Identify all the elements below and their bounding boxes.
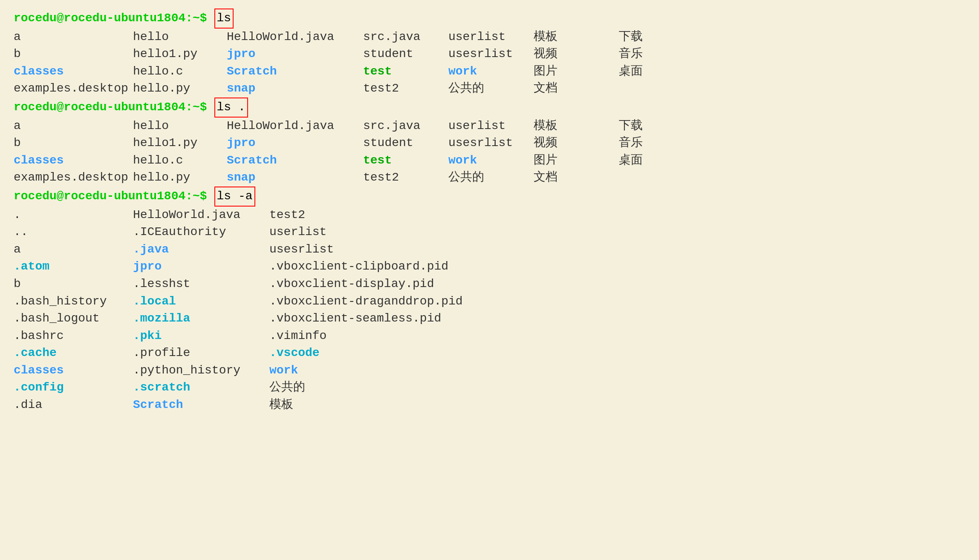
col-g-1: 下载 [619,29,674,46]
col-f-1: 模板 [534,29,619,46]
ls-row-4: examples.desktop hello.py snap test2 公共的… [14,80,979,98]
prompt-1: rocedu@rocedu-ubuntu1804:~$ [14,10,207,27]
col-b-3: hello.c [133,63,227,80]
ls-a-row-12: .dia Scratch 模板 [14,396,979,414]
ls-dot-row-4: examples.desktop hello.py snap test2 公共的… [14,169,979,187]
col-c-3: Scratch [227,63,363,80]
col-e-3: work [448,63,534,80]
ls-a-row-8: .bashrc .pki .viminfo [14,327,979,345]
command-line-1: rocedu@rocedu-ubuntu1804:~$ ls [14,9,979,29]
col-f-4: 文档 [534,80,619,98]
terminal-window: rocedu@rocedu-ubuntu1804:~$ ls a hello H… [7,4,979,560]
prompt-2: rocedu@rocedu-ubuntu1804:~$ [14,99,207,116]
ls-a-row-4: .atom jpro .vboxclient-clipboard.pid [14,258,979,276]
col-a-4: examples.desktop [14,80,133,98]
col-c-4: snap [227,80,363,98]
ls-dot-row-3: classes hello.c Scratch test work 图片 桌面 [14,152,979,169]
prompt-3: rocedu@rocedu-ubuntu1804:~$ [14,188,207,205]
col-f-2: 视频 [534,46,619,63]
cmd-1: ls [214,9,234,29]
col-b-4: hello.py [133,80,227,98]
col-g-2: 音乐 [619,46,674,63]
col-e-4: 公共的 [448,80,534,98]
ls-dot-row-1: a hello HelloWorld.java src.java userlis… [14,118,979,135]
col-f-3: 图片 [534,63,619,80]
ls-a-row-10: classes .python_history work [14,362,979,379]
ls-a-row-6: .bash_history .local .vboxclient-dragand… [14,293,979,310]
col-d-4: test2 [363,80,448,98]
col-e-1: userlist [448,29,534,46]
col-c-2: jpro [227,46,363,63]
ls-a-row-5: b .lesshst .vboxclient-display.pid [14,276,979,293]
command-line-3: rocedu@rocedu-ubuntu1804:~$ ls -a [14,187,979,207]
ls-row-3: classes hello.c Scratch test work 图片 桌面 [14,63,979,80]
cmd-3: ls -a [214,187,255,207]
col-g-3: 桌面 [619,63,674,80]
ls-dot-row-2: b hello1.py jpro student usesrlist 视频 音乐 [14,135,979,152]
ls-a-row-3: a .java usesrlist [14,241,979,258]
col-c-1: HelloWorld.java [227,29,363,46]
cmd-2: ls . [214,98,248,118]
ls-a-row-9: .cache .profile .vscode [14,345,979,362]
ls-a-row-1: . HelloWorld.java test2 [14,207,979,224]
col-d-3: test [363,63,448,80]
col-b-1: hello [133,29,227,46]
ls-a-row-7: .bash_logout .mozilla .vboxclient-seamle… [14,310,979,327]
ls-row-1: a hello HelloWorld.java src.java userlis… [14,29,979,46]
col-a-3: classes [14,63,133,80]
command-line-2: rocedu@rocedu-ubuntu1804:~$ ls . [14,98,979,118]
col-b-2: hello1.py [133,46,227,63]
ls-a-row-11: .config .scratch 公共的 [14,379,979,396]
ls-a-row-2: .. .ICEauthority userlist [14,224,979,241]
col-d-1: src.java [363,29,448,46]
col-e-2: usesrlist [448,46,534,63]
col-a-2: b [14,46,133,63]
col-d-2: student [363,46,448,63]
col-a-1: a [14,29,133,46]
ls-row-2: b hello1.py jpro student usesrlist 视频 音乐 [14,46,979,63]
